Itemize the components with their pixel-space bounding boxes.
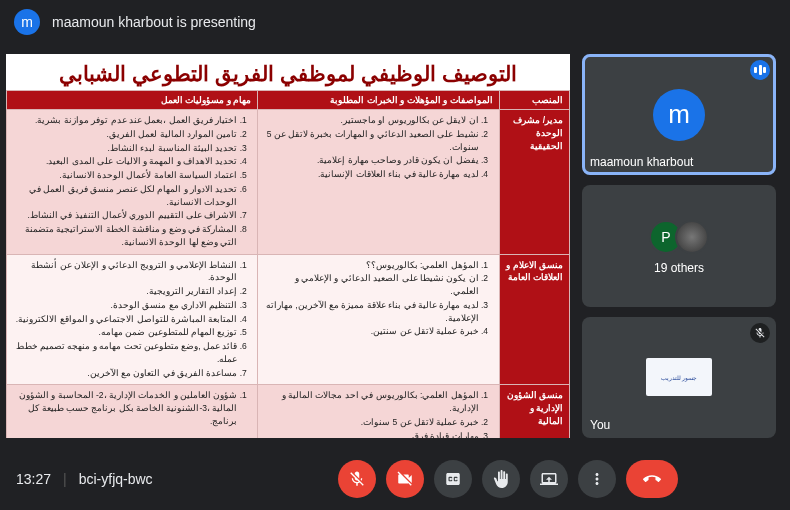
- microphone-button[interactable]: [338, 460, 376, 498]
- presenter-avatar: m: [14, 9, 40, 35]
- table-row: مدير/ مشرف الوحدة الحقيقيةان لايقل عن بك…: [7, 110, 570, 255]
- leave-call-button[interactable]: [626, 460, 678, 498]
- you-video-thumbnail: جسور للتدريب: [646, 358, 712, 396]
- table-row: منسق الشؤون الإدارية و الماليةالمؤهل الع…: [7, 385, 570, 438]
- participant-tile-others[interactable]: P 19 others: [582, 185, 776, 306]
- main-area: التوصيف الوظيفي لموظفي الفريق التطوعي ال…: [0, 44, 790, 448]
- table-header-1: المنصب: [499, 91, 569, 110]
- raise-hand-button[interactable]: [482, 460, 520, 498]
- captions-button[interactable]: [434, 460, 472, 498]
- presentation-table: المنصب المواصفات و المؤهلات و الخبرات ال…: [6, 90, 570, 438]
- mini-avatar: [675, 220, 709, 254]
- meeting-footer: 13:27 | bci-yfjq-bwc: [0, 448, 790, 510]
- participant-avatar: m: [653, 89, 705, 141]
- divider: |: [63, 471, 67, 487]
- more-options-button[interactable]: [578, 460, 616, 498]
- row-label: منسق الاعلام و العلاقات العامة: [499, 254, 569, 385]
- table-header-2: المواصفات و المؤهلات و الخبرات المطلوبة: [258, 91, 499, 110]
- speaking-indicator-icon: [750, 60, 770, 80]
- presentation-title: التوصيف الوظيفي لموظفي الفريق التطوعي ال…: [6, 54, 570, 90]
- presenting-text: maamoun kharbout is presenting: [52, 14, 256, 30]
- meeting-code: bci-yfjq-bwc: [79, 471, 153, 487]
- shared-presentation[interactable]: التوصيف الوظيفي لموظفي الفريق التطوعي ال…: [6, 54, 570, 438]
- row-label: مدير/ مشرف الوحدة الحقيقية: [499, 110, 569, 255]
- participant-tile-you[interactable]: جسور للتدريب You: [582, 317, 776, 438]
- meeting-info[interactable]: 13:27 | bci-yfjq-bwc: [16, 471, 153, 487]
- camera-button[interactable]: [386, 460, 424, 498]
- row-responsibilities: النشاط الإعلامي و الترويج الدعائي و الإع…: [7, 254, 258, 385]
- app-header: m maamoun kharbout is presenting: [0, 0, 790, 44]
- participant-tile-speaker[interactable]: m maamoun kharbout: [582, 54, 776, 175]
- table-row: منسق الاعلام و العلاقات العامةالمؤهل الع…: [7, 254, 570, 385]
- participant-name: maamoun kharbout: [590, 155, 693, 169]
- controls-bar: [243, 460, 774, 498]
- row-label: منسق الشؤون الإدارية و المالية: [499, 385, 569, 438]
- table-header-3: مهام و مسؤوليات العمل: [7, 91, 258, 110]
- muted-icon: [750, 323, 770, 343]
- row-responsibilities: اختيار فريق العمل ،بعمل عند عدم توفر موا…: [7, 110, 258, 255]
- row-responsibilities: شؤون العاملين و الخدمات الإدارية ،2- الم…: [7, 385, 258, 438]
- row-qualifications: المؤهل العلمي: بكالوريوس في احد مجالات ا…: [258, 385, 499, 438]
- present-screen-button[interactable]: [530, 460, 568, 498]
- others-count-label: 19 others: [654, 261, 704, 275]
- you-label: You: [590, 418, 610, 432]
- others-avatar-group: P: [649, 220, 709, 254]
- meeting-time: 13:27: [16, 471, 51, 487]
- participants-sidebar: m maamoun kharbout P 19 others جسور للتد…: [582, 54, 776, 438]
- row-qualifications: المؤهل العلمي: بكالوريوس؟؟ان يكون نشيطا …: [258, 254, 499, 385]
- row-qualifications: ان لايقل عن بكالوريوس او ماجستير.نشيط عل…: [258, 110, 499, 255]
